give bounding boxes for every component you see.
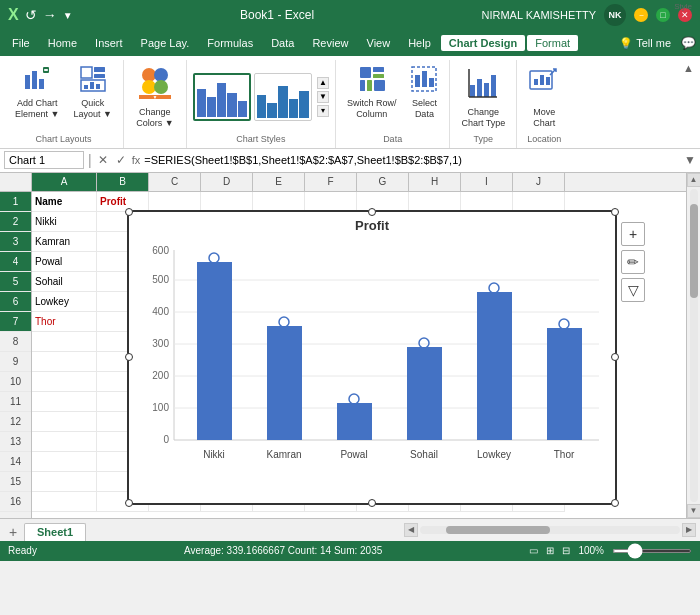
cell-i1[interactable] [461, 192, 513, 212]
row-num-10[interactable]: 10 [0, 372, 31, 392]
change-colors-button[interactable]: ▼ ChangeColors ▼ [130, 62, 180, 132]
col-header-g[interactable]: G [357, 173, 409, 191]
row-num-1[interactable]: 1 [0, 192, 31, 212]
redo-btn[interactable]: → [43, 7, 57, 23]
row-num-11[interactable]: 11 [0, 392, 31, 412]
user-avatar[interactable]: NK [604, 4, 626, 26]
cell-f1[interactable] [305, 192, 357, 212]
row-num-3[interactable]: 3 [0, 232, 31, 252]
col-header-j[interactable]: J [513, 173, 565, 191]
chart-style-1[interactable] [193, 73, 251, 121]
cell-a5[interactable]: Sohail [32, 272, 97, 292]
move-chart-button[interactable]: MoveChart [523, 62, 565, 132]
chart-handle-br[interactable] [611, 499, 619, 507]
menu-review[interactable]: Review [304, 35, 356, 51]
confirm-formula-button[interactable]: ✓ [114, 153, 128, 167]
ribbon-collapse-button[interactable]: ▲ [681, 60, 696, 76]
cell-a2[interactable]: Nikki [32, 212, 97, 232]
col-header-h[interactable]: H [409, 173, 461, 191]
chart-overlay[interactable]: Profit 0 [127, 210, 617, 505]
change-chart-type-button[interactable]: ChangeChart Type [456, 62, 510, 132]
row-num-12[interactable]: 12 [0, 412, 31, 432]
vertical-scrollbar[interactable]: ▲ ▼ [686, 173, 700, 518]
vscroll-thumb[interactable] [690, 204, 698, 298]
chart-style-scroll-up[interactable]: ▲ [317, 77, 329, 89]
row-num-2[interactable]: 2 [0, 212, 31, 232]
undo-btn[interactable]: ↺ [25, 7, 37, 23]
formula-expand-button[interactable]: ▼ [684, 153, 696, 167]
col-header-f[interactable]: F [305, 173, 357, 191]
menu-data[interactable]: Data [263, 35, 302, 51]
row-num-9[interactable]: 9 [0, 352, 31, 372]
row-num-4[interactable]: 4 [0, 252, 31, 272]
cell-d1[interactable] [201, 192, 253, 212]
maximize-button[interactable]: □ [656, 8, 670, 22]
add-sheet-button[interactable]: + [4, 523, 22, 541]
share-icon[interactable]: 💬 [681, 36, 696, 50]
col-header-e[interactable]: E [253, 173, 305, 191]
insert-function-button[interactable]: fx [132, 154, 141, 166]
chart-style-scroll-down[interactable]: ▾ [317, 105, 329, 117]
chart-style-scroll-mid[interactable]: ▼ [317, 91, 329, 103]
col-header-b[interactable]: B [97, 173, 149, 191]
scroll-right-button[interactable]: ▶ [682, 523, 696, 537]
menu-file[interactable]: File [4, 35, 38, 51]
col-header-a[interactable]: A [32, 173, 97, 191]
cell-a1[interactable]: Name [32, 192, 97, 212]
zoom-slider[interactable] [612, 549, 692, 553]
switch-row-column-button[interactable]: Switch Row/Column [342, 62, 402, 123]
scroll-down-button[interactable]: ▼ [687, 504, 701, 518]
chart-handle-tm[interactable] [368, 208, 376, 216]
col-header-d[interactable]: D [201, 173, 253, 191]
menu-pagelayout[interactable]: Page Lay. [133, 35, 198, 51]
menu-home[interactable]: Home [40, 35, 85, 51]
chart-filter-button[interactable]: ▽ [621, 278, 645, 302]
chart-handle-tl[interactable] [125, 208, 133, 216]
sheet-tab-sheet1[interactable]: Sheet1 [24, 523, 86, 541]
col-header-c[interactable]: C [149, 173, 201, 191]
hscroll-thumb[interactable] [446, 526, 550, 534]
row-num-16[interactable]: 16 [0, 492, 31, 512]
view-layout-icon[interactable]: ⊞ [546, 545, 554, 556]
row-num-6[interactable]: 6 [0, 292, 31, 312]
col-header-i[interactable]: I [461, 173, 513, 191]
scroll-up-button[interactable]: ▲ [687, 173, 701, 187]
chart-add-element-button[interactable]: + [621, 222, 645, 246]
cell-e1[interactable] [253, 192, 305, 212]
chart-style-button[interactable]: ✏ [621, 250, 645, 274]
add-chart-element-button[interactable]: Add ChartElement ▼ [10, 62, 64, 123]
chart-handle-bm[interactable] [368, 499, 376, 507]
menu-view[interactable]: View [359, 35, 399, 51]
minimize-button[interactable]: － [634, 8, 648, 22]
row-num-13[interactable]: 13 [0, 432, 31, 452]
row-num-7[interactable]: 7 [0, 312, 31, 332]
row-num-8[interactable]: 8 [0, 332, 31, 352]
row-num-15[interactable]: 15 [0, 472, 31, 492]
cell-h1[interactable] [409, 192, 461, 212]
view-normal-icon[interactable]: ▭ [529, 545, 538, 556]
formula-input[interactable] [144, 154, 680, 166]
tell-me[interactable]: 💡 Tell me [611, 35, 679, 52]
menu-format[interactable]: Format [527, 35, 578, 51]
row-num-5[interactable]: 5 [0, 272, 31, 292]
menu-chart-design[interactable]: Chart Design [441, 35, 525, 51]
cell-a6[interactable]: Lowkey [32, 292, 97, 312]
cell-j1[interactable] [513, 192, 565, 212]
customize-btn[interactable]: ▼ [63, 10, 73, 21]
menu-insert[interactable]: Insert [87, 35, 131, 51]
scroll-left-button[interactable]: ◀ [404, 523, 418, 537]
chart-handle-bl[interactable] [125, 499, 133, 507]
cell-a3[interactable]: Kamran [32, 232, 97, 252]
menu-help[interactable]: Help [400, 35, 439, 51]
cell-a4[interactable]: Powal [32, 252, 97, 272]
select-data-button[interactable]: SelectData [405, 62, 443, 123]
cell-c1[interactable] [149, 192, 201, 212]
view-break-icon[interactable]: ⊟ [562, 545, 570, 556]
cell-a7[interactable]: Thor [32, 312, 97, 332]
row-num-14[interactable]: 14 [0, 452, 31, 472]
menu-formulas[interactable]: Formulas [199, 35, 261, 51]
chart-style-2[interactable] [254, 73, 312, 121]
cancel-formula-button[interactable]: ✕ [96, 153, 110, 167]
cell-b1[interactable]: Profit [97, 192, 149, 212]
chart-handle-tr[interactable] [611, 208, 619, 216]
